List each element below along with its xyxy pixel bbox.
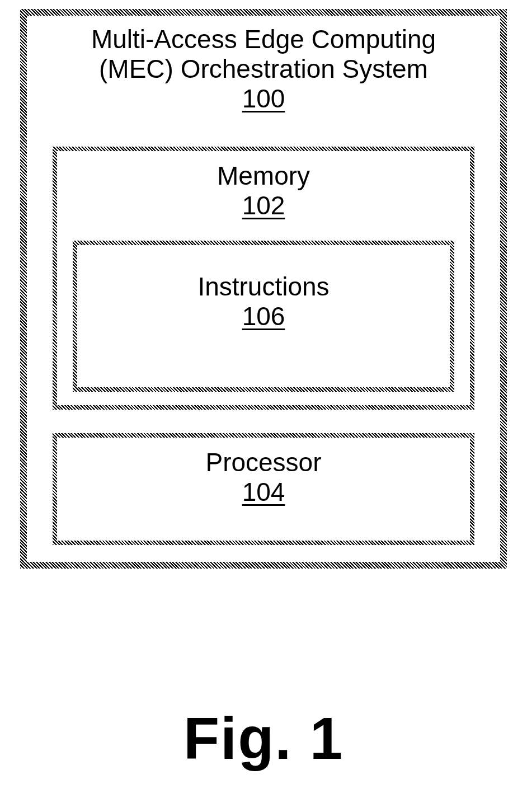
system-title-line1: Multi-Access Edge Computing xyxy=(91,25,436,54)
memory-ref: 102 xyxy=(242,191,285,220)
processor-ref: 104 xyxy=(242,477,285,506)
instructions-title-block: Instructions 106 xyxy=(0,272,527,331)
processor-title-block: Processor 104 xyxy=(0,448,527,507)
figure-label: Fig. 1 xyxy=(0,705,527,772)
processor-title: Processor xyxy=(205,448,321,477)
system-title: Multi-Access Edge Computing (MEC) Orches… xyxy=(0,25,527,114)
system-title-line2: (MEC) Orchestration System xyxy=(99,54,428,83)
instructions-ref: 106 xyxy=(242,302,285,331)
system-ref: 100 xyxy=(242,84,285,113)
memory-title-block: Memory 102 xyxy=(0,161,527,220)
diagram-canvas: Multi-Access Edge Computing (MEC) Orches… xyxy=(0,0,527,812)
instructions-title: Instructions xyxy=(197,272,329,301)
memory-title: Memory xyxy=(217,161,310,190)
